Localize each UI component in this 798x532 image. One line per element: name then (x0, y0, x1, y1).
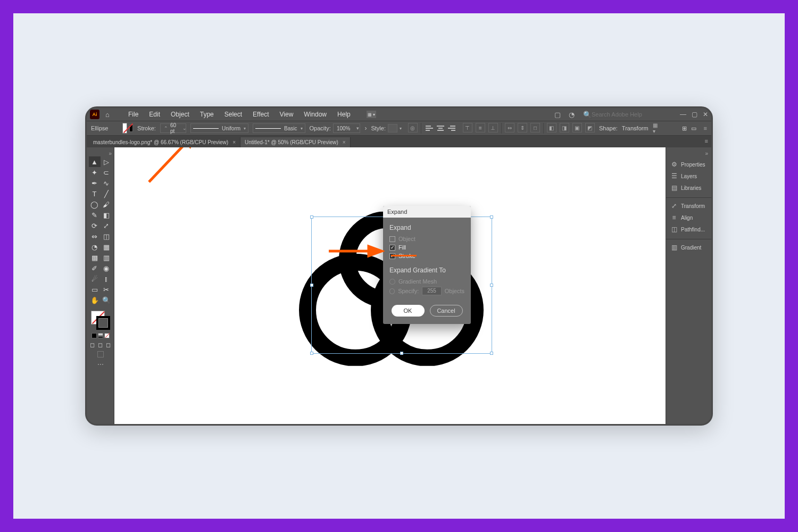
menu-view[interactable]: View (275, 109, 299, 120)
panel-toggle-2-icon[interactable]: ▭ (691, 125, 696, 132)
curvature-tool-icon[interactable]: ∿ (101, 178, 112, 188)
draw-normal-icon[interactable]: ◻ (89, 342, 96, 348)
selection-tool-icon[interactable]: ▲ (89, 156, 101, 167)
color-mode-row[interactable] (92, 333, 110, 338)
edit-toolbar-icon[interactable]: ⋯ (97, 361, 104, 368)
help-search-input[interactable] (592, 111, 666, 118)
tab-close-icon[interactable]: × (232, 139, 236, 145)
brush-dropdown[interactable]: Basic▾ (253, 123, 305, 133)
ok-button[interactable]: OK (392, 305, 425, 317)
align-vcenter-icon[interactable]: ≡ (476, 123, 485, 132)
free-transform-tool-icon[interactable]: ◫ (101, 231, 112, 242)
recolor-icon[interactable]: ◎ (408, 123, 418, 132)
menu-file[interactable]: File (123, 109, 144, 120)
eraser-tool-icon[interactable]: ◧ (101, 210, 112, 220)
menu-object[interactable]: Object (165, 109, 195, 120)
eyedropper-tool-icon[interactable]: ✐ (89, 263, 101, 273)
panel-transform[interactable]: ⤢Transform (666, 200, 711, 212)
line-tool-icon[interactable]: ╱ (101, 188, 112, 199)
pathfinder-3-icon[interactable]: ▣ (572, 123, 582, 132)
isolate-icon[interactable]: □ (530, 123, 540, 132)
mesh-tool-icon[interactable]: ▩ (89, 252, 101, 263)
transform-more-icon[interactable]: ▦ ▾ (653, 122, 660, 134)
cancel-button[interactable]: Cancel (430, 305, 463, 317)
controlbar-menu-icon[interactable]: ≡ (704, 125, 707, 131)
scale-tool-icon[interactable]: ⤢ (101, 220, 112, 231)
shape-builder-tool-icon[interactable]: ◔ (89, 242, 101, 252)
ellipse-tool-icon[interactable]: ◯ (89, 199, 101, 210)
fill-stroke-control[interactable] (90, 310, 111, 331)
width-tool-icon[interactable]: ⇔ (89, 231, 101, 242)
menu-effect[interactable]: Effect (247, 109, 274, 120)
direct-selection-tool-icon[interactable]: ▷ (101, 156, 112, 167)
gradient-tool-icon[interactable]: ▥ (101, 252, 112, 263)
expand-fill-checkbox[interactable]: ✓ (389, 245, 395, 251)
type-tool-icon[interactable]: T (89, 188, 101, 199)
menu-type[interactable]: Type (195, 109, 219, 120)
stroke-weight-input[interactable]: ⌃60 pt⌄ (160, 123, 186, 133)
opacity-input[interactable]: 100%▾ (333, 123, 361, 133)
fill-swatch[interactable] (122, 123, 127, 134)
paintbrush-tool-icon[interactable]: 🖌 (101, 199, 112, 210)
panel-properties[interactable]: ⚙Properties (666, 159, 711, 170)
menu-select[interactable]: Select (219, 109, 247, 120)
workspace-switcher-icon[interactable]: ▦ ▾ (367, 111, 376, 118)
panel-collapse-icon[interactable]: » (702, 151, 711, 159)
panel-align[interactable]: ≡Align (666, 212, 711, 223)
tab-close-icon[interactable]: × (343, 139, 346, 145)
artboard-tool-icon[interactable]: ▭ (89, 284, 101, 295)
rotate-tool-icon[interactable]: ⟳ (89, 220, 101, 231)
shaper-tool-icon[interactable]: ✎ (89, 210, 101, 220)
distribute-v-icon[interactable]: ⇕ (518, 123, 527, 132)
screen-mode-icon[interactable] (97, 351, 104, 358)
align-bottom-icon[interactable]: ⊥ (488, 123, 498, 132)
dialog-title[interactable]: Expand (383, 206, 471, 218)
menu-help[interactable]: Help (332, 109, 356, 120)
pen-tool-icon[interactable]: ✒ (89, 178, 101, 188)
menu-window[interactable]: Window (298, 109, 332, 120)
panel-layers[interactable]: ☰Layers (666, 170, 711, 182)
panel-pathfinder[interactable]: ◫Pathfind... (666, 223, 711, 235)
opacity-more-icon[interactable]: › (364, 124, 367, 132)
expand-fill-row[interactable]: ✓ Fill (389, 243, 464, 252)
perspective-tool-icon[interactable]: ▦ (101, 242, 112, 252)
zoom-tool-icon[interactable]: 🔍 (101, 295, 112, 305)
distribute-h-icon[interactable]: ⇔ (505, 123, 514, 132)
symbol-sprayer-tool-icon[interactable]: ☄ (89, 273, 101, 284)
help-search[interactable]: 🔍 (581, 110, 668, 119)
tab-document-2[interactable]: Untitled-1* @ 50% (RGB/CPU Preview)× (240, 137, 351, 147)
gpu-icon[interactable]: ◔ (567, 110, 576, 119)
magic-wand-tool-icon[interactable]: ✦ (89, 167, 101, 178)
lasso-tool-icon[interactable]: ⊂ (101, 167, 112, 178)
maximize-icon[interactable]: ▢ (692, 111, 697, 118)
stroke-profile-dropdown[interactable]: Uniform▾ (190, 123, 248, 133)
minimize-icon[interactable]: — (680, 111, 686, 118)
arrange-docs-icon[interactable]: ▢ (553, 110, 562, 119)
graphic-style-swatch[interactable] (388, 124, 397, 132)
slice-tool-icon[interactable]: ✂ (101, 284, 112, 295)
panel-gradient[interactable]: ▥Gradient (666, 242, 711, 253)
app-icon[interactable]: Ai (90, 110, 99, 119)
close-icon[interactable]: ✕ (703, 111, 708, 118)
panel-toggle-1-icon[interactable]: ⊞ (682, 125, 687, 132)
tabbar-menu-icon[interactable]: ≡ (705, 138, 708, 144)
menu-edit[interactable]: Edit (144, 109, 165, 120)
align-controls[interactable] (426, 124, 455, 132)
shape-label[interactable]: Shape: (599, 125, 618, 131)
stroke-color-icon[interactable] (96, 316, 110, 330)
panel-libraries[interactable]: ▤Libraries (666, 182, 711, 194)
pathfinder-4-icon[interactable]: ◩ (585, 123, 595, 132)
pathfinder-2-icon[interactable]: ◨ (560, 123, 569, 132)
home-icon[interactable]: ⌂ (103, 110, 112, 119)
graph-tool-icon[interactable]: ⫿ (101, 273, 112, 284)
pathfinder-1-icon[interactable]: ◧ (547, 123, 556, 132)
draw-behind-icon[interactable]: ◻ (97, 342, 104, 348)
draw-inside-icon[interactable]: ◻ (105, 342, 112, 348)
toolbox-collapse-icon[interactable]: » (109, 151, 114, 156)
hand-tool-icon[interactable]: ✋ (89, 295, 101, 305)
tab-document-1[interactable]: masterbundles-logo.png* @ 66.67% (RGB/CP… (89, 137, 240, 147)
transform-label[interactable]: Transform (622, 125, 649, 131)
canvas[interactable]: Expand Expand Object ✓ Fill ✓ Stroke (114, 147, 666, 424)
blend-tool-icon[interactable]: ◉ (101, 263, 112, 273)
align-top-icon[interactable]: ⊤ (463, 123, 472, 132)
